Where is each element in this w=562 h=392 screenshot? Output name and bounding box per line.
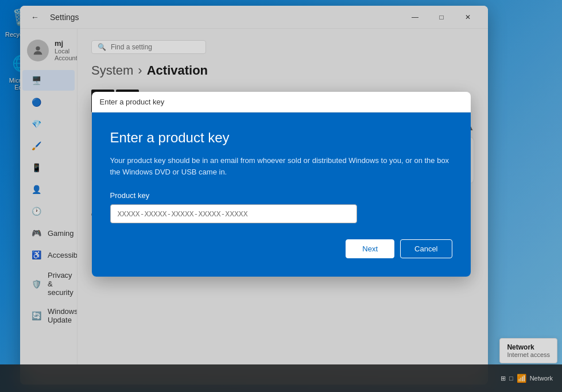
dialog-body: Enter a product key Your product key sho… — [92, 112, 471, 277]
dialog-titlebar-text: Enter a product key — [100, 98, 165, 106]
next-button[interactable]: Next — [346, 239, 394, 258]
product-key-field-group: Product key — [110, 191, 452, 223]
cancel-button[interactable]: Cancel — [400, 239, 452, 258]
dialog-title: Enter a product key — [110, 130, 452, 146]
dialog-overlay: Enter a product key Enter a product key … — [0, 0, 562, 392]
product-key-dialog: Enter a product key Enter a product key … — [92, 92, 471, 277]
product-key-input[interactable] — [110, 204, 357, 223]
desktop: 🗑️ Recycle Bin 🌐 Microsoft Edge ← Settin… — [0, 0, 562, 392]
product-key-label: Product key — [110, 191, 452, 200]
dialog-actions: Next Cancel — [110, 239, 452, 258]
dialog-description: Your product key should be in an email f… — [110, 155, 452, 177]
dialog-titlebar: Enter a product key — [92, 92, 471, 112]
